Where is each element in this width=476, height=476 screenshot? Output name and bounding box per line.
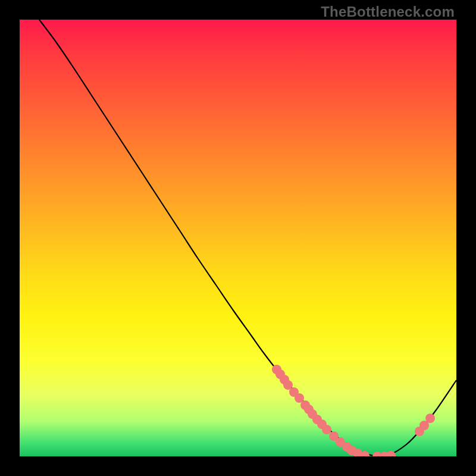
highlight-dot xyxy=(322,425,331,434)
chart-frame: TheBottleneck.com xyxy=(0,0,476,476)
bottleneck-curve xyxy=(39,20,456,456)
highlight-dots-group xyxy=(272,365,435,456)
chart-svg xyxy=(20,20,456,456)
highlight-dot xyxy=(425,414,435,423)
highlight-dot xyxy=(386,451,396,456)
watermark-label: TheBottleneck.com xyxy=(321,4,455,20)
plot-area xyxy=(20,20,456,456)
